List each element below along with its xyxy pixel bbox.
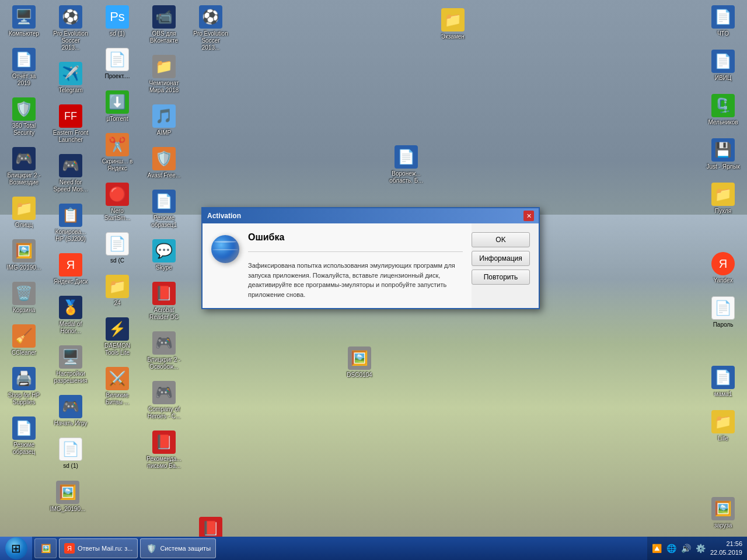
globe-icon — [211, 235, 239, 263]
taskbar-protection[interactable]: 🛡️ Система защиты — [140, 538, 216, 558]
dialog-ok-button[interactable]: OK — [472, 232, 530, 247]
dialog-error-title: Ошибка — [248, 232, 463, 243]
tray-volume-icon[interactable]: 🔊 — [681, 544, 691, 553]
dialog-buttons: OK Информация Повторить — [472, 223, 539, 308]
dialog-titlebar: Activation ✕ — [203, 208, 539, 223]
dialog-overlay: Activation ✕ Ошибка Зафиксирована попытк… — [0, 0, 747, 537]
tray-arrow-icon[interactable]: 🔼 — [652, 544, 662, 553]
dialog-content: Ошибка Зафиксирована попытка использован… — [203, 223, 539, 308]
dialog-message: Зафиксирована попытка использования эмул… — [248, 261, 463, 299]
taskbar-thumbnail-icon: 🖼️ — [40, 542, 51, 554]
dialog-title: Activation — [207, 212, 241, 220]
system-tray: 🔼 🌐 🔊 ⚙️ 21:56 22.05.2019 — [647, 537, 747, 560]
taskbar: ⊞ 🖼️ Я Ответы Mail.ru: з... 🛡️ Система з… — [0, 537, 747, 560]
dialog-retry-button[interactable]: Повторить — [472, 270, 530, 285]
tray-time: 21:56 — [710, 540, 742, 548]
taskbar-mailru-icon: Я — [64, 543, 75, 554]
tray-network-icon[interactable]: 🌐 — [666, 544, 676, 553]
taskbar-mailru[interactable]: Я Ответы Mail.ru: з... — [59, 538, 138, 558]
dialog-info-button[interactable]: Информация — [472, 251, 530, 266]
taskbar-thumbnail[interactable]: 🖼️ — [34, 538, 57, 558]
taskbar-protection-icon: 🛡️ — [145, 542, 157, 554]
start-orb: ⊞ — [5, 537, 27, 559]
desktop: 🖥️ Компьютер 📄 Отчёт за 2019 🛡️ 360 Tota… — [0, 0, 747, 537]
dialog-body: Ошибка Зафиксирована попытка использован… — [203, 223, 472, 308]
dialog-icon-area — [211, 232, 239, 299]
taskbar-mailru-label: Ответы Mail.ru: з... — [78, 545, 132, 552]
dialog-text-area: Ошибка Зафиксирована попытка использован… — [248, 232, 463, 299]
tray-clock[interactable]: 21:56 22.05.2019 — [710, 540, 742, 558]
start-button[interactable]: ⊞ — [0, 537, 32, 560]
activation-dialog: Activation ✕ Ошибка Зафиксирована попытк… — [201, 207, 540, 309]
tray-date: 22.05.2019 — [710, 548, 742, 557]
taskbar-protection-label: Система защиты — [160, 545, 211, 552]
dialog-separator — [248, 251, 463, 252]
dialog-close-button[interactable]: ✕ — [523, 211, 534, 221]
tray-gear-icon[interactable]: ⚙️ — [696, 544, 706, 553]
